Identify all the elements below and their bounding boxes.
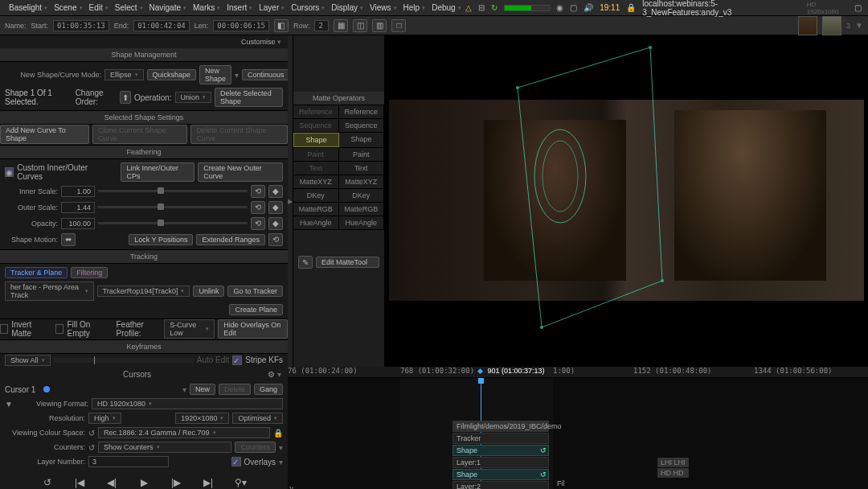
opacity-reset-icon[interactable]: ⟲ (251, 217, 265, 230)
fprofile-dropdown[interactable]: S-Curve Low (164, 319, 215, 339)
menu-display[interactable]: Display▾ (329, 2, 366, 14)
loop-icon[interactable]: ↺ (39, 475, 56, 489)
union-dropdown[interactable]: Union (175, 92, 212, 103)
warning-icon[interactable]: △ (465, 3, 472, 12)
new-cursor-button[interactable]: New (190, 384, 215, 395)
timeline[interactable]: 76 (01:00:24:00) 768 (01:00:32:00) ◆ 901… (288, 367, 868, 489)
stripe-checkbox[interactable]: ✓ (232, 355, 242, 365)
gang-button[interactable]: Gang (254, 384, 283, 395)
gear-icon[interactable]: ⚙ (268, 370, 275, 379)
tl-layer-2[interactable]: Layer:2 (452, 481, 549, 489)
opacity-value[interactable]: 100.00 (61, 218, 95, 229)
tool-icon-1[interactable]: ▦ (334, 19, 348, 32)
window-icon[interactable]: ▢ (854, 3, 862, 12)
avatar-1[interactable] (798, 16, 817, 35)
filtering-tab[interactable]: Filtering (71, 267, 108, 278)
mop-mattergb-r[interactable]: MatteRGB (339, 203, 385, 216)
mop-paint-r[interactable]: Paint (339, 148, 385, 161)
tl-lhi[interactable]: LHI LHI (657, 458, 689, 467)
link-cps-button[interactable]: Link Inner/Outer CPs (121, 162, 194, 182)
quickshape-button[interactable]: Quickshape (147, 69, 197, 80)
tracker-plane-tab[interactable]: Tracker & Plane (5, 267, 68, 278)
custom-io-checkbox[interactable]: ◉ (5, 167, 14, 177)
vf-dropdown[interactable]: HD 1920x1080 (92, 398, 283, 409)
track-desc-dropdown[interactable]: her face - Persp Area Track (5, 281, 94, 301)
tool-icon-2[interactable]: ◫ (353, 19, 367, 32)
locky-button[interactable]: Lock Y Positions (129, 234, 193, 245)
outer-scale-slider[interactable] (98, 206, 248, 208)
dropdown-icon[interactable]: ▼ (855, 21, 863, 30)
settings-icon[interactable]: ⚲▾ (231, 475, 249, 489)
motion-reset-icon[interactable]: ⟲ (268, 233, 283, 246)
menu-views[interactable]: Views▾ (367, 2, 399, 14)
shape-overlay-inner[interactable] (528, 124, 592, 228)
menu-layer[interactable]: Layer▾ (256, 2, 287, 14)
monitor-icon[interactable]: ◉ (556, 3, 563, 12)
continuous-button[interactable]: Continuous (242, 69, 288, 80)
unlink-button[interactable]: Unlink (193, 286, 224, 297)
mop-dkey-l[interactable]: DKey (293, 189, 339, 202)
menu-edit[interactable]: Edit▾ (87, 2, 111, 14)
tool-icon-3[interactable]: ▥ (372, 19, 387, 32)
tl-shape-1[interactable]: Shape↺ (452, 445, 549, 456)
mop-sequence-r[interactable]: Sequence (339, 119, 385, 132)
mop-mattexyz-l[interactable]: MatteXYZ (293, 175, 339, 188)
mop-sequence-l[interactable]: Sequence (293, 119, 339, 132)
menu-help[interactable]: Help▾ (401, 2, 428, 14)
skip-start-icon[interactable]: |◀ (71, 475, 88, 489)
tl-path[interactable]: Filmlight/demos/2019_IBC/demo (452, 421, 549, 432)
customise-button[interactable]: Customise (241, 38, 276, 46)
tl-layer-1[interactable]: Layer:1 (452, 457, 549, 468)
menu-marks[interactable]: Marks▾ (190, 2, 223, 14)
delete-cursor-button[interactable]: Delete (219, 384, 251, 395)
ellipse-dropdown[interactable]: Ellipse (104, 69, 144, 80)
timeline-ruler[interactable]: 76 (01:00:24:00) 768 (01:00:32:00) ◆ 901… (288, 367, 868, 378)
inner-scale-value[interactable]: 1.00 (61, 186, 95, 197)
menu-scene[interactable]: Scene▾ (51, 2, 84, 14)
play-icon[interactable]: ▶ (135, 475, 153, 489)
counters-button[interactable]: Counters (235, 442, 276, 453)
showall-dropdown[interactable]: Show All (5, 355, 51, 366)
mop-hueangle-l[interactable]: HueAngle (293, 216, 339, 229)
menu-cursors[interactable]: Cursors▾ (289, 2, 327, 14)
motion-icon-1[interactable]: ⬌ (61, 233, 76, 246)
mop-text-r[interactable]: Text (339, 162, 385, 175)
clone-shape-button[interactable]: Clone Current Shape Curve (92, 125, 187, 144)
mop-reference-l[interactable]: Reference (293, 105, 339, 118)
invert-checkbox[interactable] (0, 324, 8, 334)
inner-scale-slider[interactable] (98, 190, 248, 192)
fill-checkbox[interactable] (55, 324, 63, 334)
opt-dropdown[interactable]: Optimised (232, 413, 283, 424)
layernum-value[interactable]: 3 (88, 456, 169, 467)
outer-reset-icon[interactable]: ⟲ (251, 201, 265, 214)
device-icon[interactable]: ▢ (570, 3, 577, 12)
mark-in-icon[interactable]: ◧ (274, 19, 289, 32)
viewer[interactable] (385, 35, 868, 367)
dims-dropdown[interactable]: 1920×1080 (175, 413, 229, 424)
close-icon[interactable]: ⊟ (478, 3, 485, 12)
opacity-slider[interactable] (98, 222, 248, 224)
mop-shape-r[interactable]: Shape (339, 133, 384, 147)
goto-tracker-button[interactable]: Go to Tracker (227, 286, 283, 297)
cursor1-label[interactable]: Cursor 1 (5, 385, 35, 394)
start-timecode[interactable]: 01:00:35:13 (53, 20, 109, 31)
menu-insert[interactable]: Insert▾ (224, 2, 255, 14)
res-dropdown[interactable]: High (88, 413, 121, 424)
vcs-dropdown[interactable]: Rec.1886: 2.4 Gamma / Rec.709 (98, 427, 270, 438)
step-back-icon[interactable]: ◀| (103, 475, 121, 489)
menu-baselight[interactable]: Baselight▾ (6, 2, 50, 14)
avatar-2[interactable] (822, 16, 841, 35)
mop-text-l[interactable]: Text (293, 162, 339, 175)
end-timecode[interactable]: 01:00:42:04 (133, 20, 190, 31)
mop-mattergb-l[interactable]: MatteRGB (293, 203, 339, 216)
tl-shape-2[interactable]: Shape↺ (452, 469, 549, 480)
audio-icon[interactable]: 🔊 (583, 3, 593, 12)
row-value[interactable]: 2 (314, 20, 329, 31)
refresh-icon[interactable]: ↻ (491, 3, 497, 12)
outer-scale-value[interactable]: 1.44 (61, 202, 95, 213)
menu-select[interactable]: Select▾ (113, 2, 145, 14)
mop-shape-l[interactable]: Shape (293, 133, 339, 147)
tl-hd[interactable]: HD HD (657, 468, 689, 478)
add-curve-button[interactable]: Add New Curve To Shape (0, 125, 89, 144)
extrange-button[interactable]: Extended Ranges (196, 234, 265, 245)
